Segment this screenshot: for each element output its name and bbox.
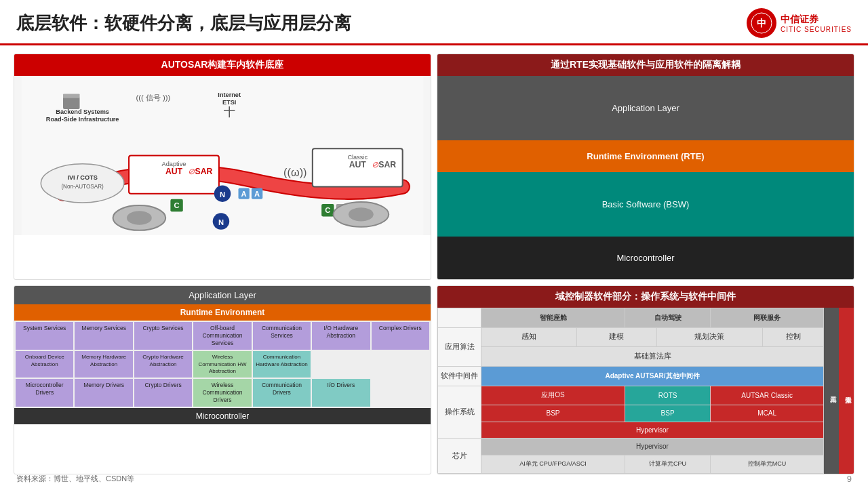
header: 底层软件：软硬件分离，底层与应用层分离 中 中信证券 CITIC SECURIT… (0, 0, 868, 45)
driver-cell (372, 379, 429, 407)
svg-text:C: C (174, 201, 180, 209)
logo-text: 中信证券 CITIC SECURITIES (781, 13, 852, 33)
services-grid: System Services Memory Services Crypto S… (14, 321, 431, 351)
svg-text:Backend Systems: Backend Systems (56, 108, 109, 115)
svg-text:SAR: SAR (195, 167, 212, 176)
row-label-chip: 芯片 (438, 439, 481, 474)
rots: ROTS (625, 386, 711, 405)
svg-text:N: N (220, 190, 225, 199)
row-label-os: 操作系统 (438, 386, 481, 439)
svg-text:((( 信号 ))): ((( 信号 ))) (136, 94, 170, 102)
svg-text:A: A (254, 190, 260, 198)
service-cell: Communication Services (253, 322, 311, 350)
service-cell: I/O Hardware Abstraction (312, 322, 370, 350)
table-row: 基础算法库 (438, 347, 824, 367)
control-mcu: 控制单元MCU (711, 455, 824, 473)
svg-text:ETSI: ETSI (222, 99, 236, 106)
page-title: 底层软件：软硬件分离，底层与应用层分离 (16, 12, 351, 35)
modeling: 建模 (577, 327, 656, 347)
domain-content: 智能座舱 自动驾驶 网联服务 应用算法 感知 建模 规划决策 控制 基础算法库 (437, 308, 854, 474)
svg-text:N: N (218, 218, 224, 226)
domain-title: 域控制器软件部分：操作系统与软件中间件 (437, 286, 854, 308)
adaptive-autsar: Adaptive AUTSAR/其他中间件 (481, 366, 824, 386)
service-cell: Crypto Services (134, 322, 192, 350)
autsar-classic: AUTSAR Classic (711, 386, 824, 405)
svg-rect-6 (63, 94, 80, 98)
svg-rect-5 (63, 97, 80, 109)
hw-cell: Crypto Hardware Abstraction (134, 351, 192, 378)
compute-cpu: 计算单元CPU (625, 455, 711, 473)
tools-col: 工具箱 (824, 308, 839, 474)
rte-layers: Application Layer Runtime Environment (R… (437, 76, 854, 279)
hypervisor-chip: Hypervisor (481, 439, 824, 455)
svg-text:(Non-AUTOSAR): (Non-AUTOSAR) (61, 184, 104, 190)
table-row: 操作系统 应用OS ROTS AUTSAR Classic (438, 386, 824, 405)
driver-cell: Wireless Communication Drivers (193, 379, 251, 407)
table-row: 软件中间件 Adaptive AUTSAR/其他中间件 (438, 366, 824, 386)
svg-point-42 (349, 207, 374, 221)
hw-cell: Onboard Device Abstraction (16, 351, 73, 378)
bsw-layer: Basic Software (BSW) (437, 172, 854, 237)
hw-cell (312, 351, 370, 378)
hw-cell: Wireless Communication HW Abstraction (193, 351, 251, 378)
mcu-bar: Microcontroller (14, 408, 431, 424)
svg-point-40 (127, 211, 152, 224)
rte-title: 通过RTE实现基础软件与应用软件的隔离解耦 (437, 54, 854, 76)
ai-unit: AI单元 CPU/FPGA/ASCI (481, 455, 625, 473)
control: 控制 (763, 327, 824, 347)
app-layer: Application Layer (437, 76, 854, 140)
driver-cell: Memory Drivers (75, 379, 132, 407)
svg-text:IVI / COTS: IVI / COTS (67, 174, 97, 181)
mcal: MCAL (711, 405, 824, 422)
rte-layer: Runtime Environment (RTE) (437, 140, 854, 172)
svg-text:AUT: AUT (165, 167, 183, 176)
table-row: 应用算法 感知 建模 规划决策 控制 (438, 327, 824, 347)
main-content: AUTOSAR构建车内软件底座 Backend Systems Road-Sid… (0, 45, 868, 483)
driver-cell: Communication Drivers (253, 379, 311, 407)
footer-source: 资料来源：博世、地平线、CSDN等 (16, 474, 134, 484)
right-side-cols: 工具箱 (824, 308, 839, 474)
safety-col-wrap: 安全体系 (839, 308, 854, 474)
bsp-left: BSP (481, 405, 625, 422)
iot-service: 网联服务 (711, 308, 824, 328)
hw-grid: Onboard Device Abstraction Memory Hardwa… (14, 351, 431, 379)
auto-driving: 自动驾驶 (625, 308, 711, 328)
runtime-bar: Runtime Environment (14, 304, 431, 321)
hypervisor-os: Hypervisor (481, 422, 824, 439)
safety-col: 安全体系 (839, 308, 854, 474)
service-cell: System Services (16, 322, 73, 350)
row-label-algo: 应用算法 (438, 327, 481, 366)
mcu-layer: Microcontroller (437, 237, 854, 279)
svg-text:C: C (325, 206, 330, 214)
autosar-diagram: Backend Systems Road-Side Infrastructure… (14, 76, 431, 235)
bsp-mid: BSP (625, 405, 711, 422)
svg-text:Road-Side Infrastructure: Road-Side Infrastructure (46, 116, 119, 123)
footer: 资料来源：博世、地平线、CSDN等 9 (16, 474, 852, 484)
svg-text:⊘: ⊘ (372, 160, 379, 169)
perception: 感知 (481, 327, 577, 347)
autosar-panel: AUTOSAR构建车内软件底座 Backend Systems Road-Sid… (14, 54, 431, 280)
rte-panel: 通过RTE实现基础软件与应用软件的隔离解耦 Application Layer … (437, 54, 854, 280)
logo-icon: 中 (747, 8, 776, 38)
domain-table: 智能座舱 自动驾驶 网联服务 应用算法 感知 建模 规划决策 控制 基础算法库 (437, 308, 824, 474)
service-cell: Memory Services (75, 322, 132, 350)
svg-text:A: A (241, 190, 247, 198)
hw-cell: Communication Hardware Abstraction (253, 351, 311, 378)
svg-text:((ω)): ((ω)) (283, 166, 307, 178)
driver-cell: I/O Drivers (312, 379, 370, 407)
smart-cockpit: 智能座舱 (481, 308, 625, 328)
driver-grid: Microcontroller Drivers Memory Drivers C… (14, 379, 431, 408)
svg-text:AUT: AUT (349, 160, 367, 169)
svg-text:中: 中 (757, 18, 766, 28)
svg-text:SAR: SAR (378, 160, 396, 169)
driver-cell: Crypto Drivers (134, 379, 192, 407)
row-label-middleware: 软件中间件 (438, 366, 481, 386)
svg-text:Internet: Internet (218, 92, 241, 98)
app-layer-label: Application Layer (14, 286, 431, 304)
driver-cell: Microcontroller Drivers (16, 379, 73, 407)
service-cell: Off-board Communication Services (193, 322, 251, 350)
hw-cell: Memory Hardware Abstraction (75, 351, 132, 378)
table-row: Hypervisor (438, 422, 824, 439)
service-cell: Complex Drivers (372, 322, 429, 350)
app-os: 应用OS (481, 386, 625, 405)
